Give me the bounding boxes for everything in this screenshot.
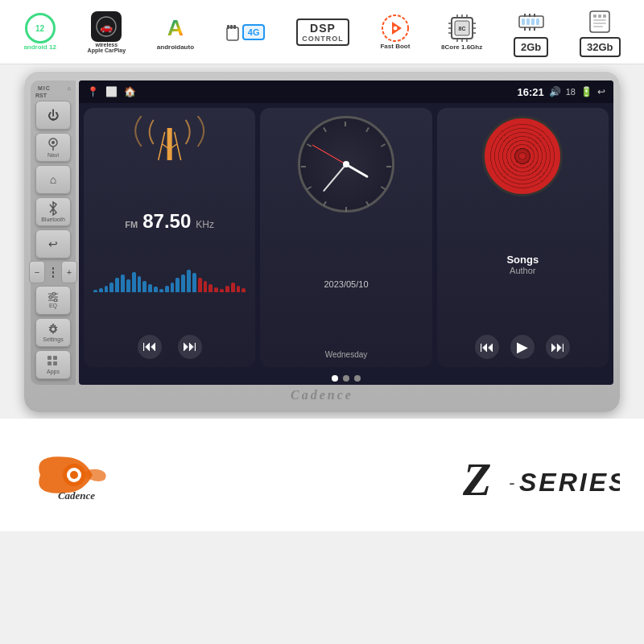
svg-point-63: [70, 471, 78, 479]
eq-bar: [154, 287, 158, 292]
status-left: 📍 ⬜ 🏠: [87, 86, 136, 97]
android12-label: android 12: [23, 43, 56, 51]
music-play-button[interactable]: ▶: [510, 335, 535, 359]
mic-label: MIC: [38, 85, 51, 91]
nav-dot-1: [332, 375, 338, 382]
clock-face: [298, 116, 394, 213]
svg-text:SERIES: SERIES: [519, 468, 620, 497]
radio-prev-button[interactable]: ⏮: [138, 335, 162, 359]
status-right: 16:21 🔊 18 🔋 ↩: [518, 86, 606, 98]
apps-icon: [47, 355, 60, 368]
svg-rect-25: [522, 19, 525, 25]
dsp-control-label: CONTROL: [302, 35, 344, 43]
settings-button[interactable]: Settings: [35, 318, 71, 347]
screen-area: MIC ⌂ RST ⏻ Navi ⌂: [31, 80, 613, 385]
carplay-label: wireless Apple CarPlay: [88, 42, 126, 53]
left-sidebar: MIC ⌂ RST ⏻ Navi ⌂: [31, 80, 76, 385]
fastboot-icon: [381, 14, 410, 43]
eq-bar: [198, 278, 202, 292]
status-time: 16:21: [518, 86, 544, 98]
z-series-logo: Z - SERIES: [459, 447, 620, 503]
svg-text:-: -: [509, 473, 514, 493]
svg-point-8: [393, 26, 398, 31]
memory-label: 2Gb: [514, 37, 548, 57]
eq-button[interactable]: EQ: [35, 286, 71, 315]
radio-widget[interactable]: FM 87.50 KHz ⏮ ⏭: [84, 108, 255, 367]
location-icon: 📍: [87, 86, 99, 97]
clock-minute-hand: [323, 163, 347, 192]
svg-line-60: [171, 144, 177, 148]
svg-rect-26: [526, 19, 530, 25]
eq-bar: [171, 283, 175, 292]
svg-rect-31: [534, 14, 535, 17]
vinyl-record: [482, 116, 563, 196]
bluetooth-button[interactable]: Bluetooth: [35, 197, 71, 226]
power-icon: ⏻: [47, 109, 59, 122]
svg-text:8C: 8C: [458, 26, 465, 31]
clock-widget: 2023/05/10 Wednesday: [260, 108, 431, 367]
nav-dots: [79, 372, 613, 385]
music-next-button[interactable]: ⏭: [546, 335, 570, 359]
eq-label: EQ: [49, 303, 57, 308]
radio-next-button[interactable]: ⏭: [178, 335, 202, 359]
music-controls: ⏮ ▶ ⏭: [444, 335, 602, 359]
svg-rect-53: [53, 356, 57, 360]
clock-second-hand: [312, 145, 346, 165]
eq-bar: [214, 287, 218, 292]
music-widget[interactable]: Songs Author ⏮ ▶ ⏭: [437, 108, 609, 367]
navi-button[interactable]: Navi: [35, 133, 71, 162]
eq-bar: [121, 275, 125, 292]
head-unit: MIC ⌂ RST ⏻ Navi ⌂: [24, 71, 620, 412]
vol-down-button[interactable]: −: [29, 261, 45, 283]
eq-bar: [220, 289, 224, 292]
bottom-section: Cadence Z - SERIES: [0, 419, 644, 531]
svg-rect-28: [536, 19, 539, 25]
apps-button[interactable]: Apps: [35, 350, 71, 379]
radio-type-label: FM: [125, 220, 138, 229]
eq-bar: [225, 286, 229, 292]
power-button[interactable]: ⏻: [35, 101, 71, 130]
svg-rect-41: [593, 26, 603, 27]
androidauto-label: androidauto: [157, 43, 194, 51]
eq-bar: [237, 286, 241, 292]
clock-center: [343, 161, 349, 167]
home-icon-label: ⌂: [68, 85, 71, 91]
vol-up-button[interactable]: +: [61, 261, 77, 283]
radio-wave-svg: [90, 116, 249, 172]
eq-bar: [208, 284, 213, 292]
cadence-logo-svg: Cadence: [24, 449, 129, 502]
svg-rect-56: [167, 128, 172, 160]
svg-point-48: [49, 295, 52, 299]
svg-text:Z: Z: [462, 453, 491, 503]
svg-point-50: [54, 299, 57, 302]
vol-up-icon: +: [67, 267, 72, 277]
eq-icon: [47, 292, 60, 302]
unit-brand: Cadence: [291, 385, 353, 406]
volume-icon: 🔊: [549, 86, 561, 97]
svg-rect-54: [47, 361, 52, 365]
main-screen: 📍 ⬜ 🏠 16:21 🔊 18 🔋 ↩: [79, 80, 613, 385]
back-button[interactable]: ↩: [35, 229, 71, 258]
svg-rect-33: [529, 27, 530, 31]
svg-text:Cadence: Cadence: [58, 489, 95, 502]
nav-dot-2: [343, 375, 349, 382]
music-prev-button[interactable]: ⏮: [475, 335, 499, 359]
vol-down-icon: −: [35, 267, 39, 277]
status-bar: 📍 ⬜ 🏠 16:21 🔊 18 🔋 ↩: [79, 80, 613, 103]
music-title: Songs: [506, 254, 539, 266]
carplay-badge: 🚗 wireless Apple CarPlay: [88, 11, 126, 53]
navi-icon: [46, 137, 60, 151]
dsp-badge: DSP CONTROL: [296, 19, 349, 46]
home-nav-icon: 🏠: [124, 86, 136, 97]
eq-bar: [187, 270, 191, 292]
chip-badge: 8C 8Core 1.6Ghz: [441, 13, 482, 51]
home-button[interactable]: ⌂: [35, 165, 71, 194]
core-label: 8Core 1.6Ghz: [441, 43, 482, 51]
apps-label: Apps: [47, 369, 60, 374]
radio-frequency-display: FM 87.50 KHz: [125, 210, 214, 233]
svg-rect-38: [603, 14, 606, 18]
android-home-icon: ⬜: [105, 86, 118, 97]
androidauto-badge: A androidauto: [157, 13, 194, 51]
svg-rect-4: [230, 25, 233, 29]
svg-point-43: [52, 141, 55, 144]
